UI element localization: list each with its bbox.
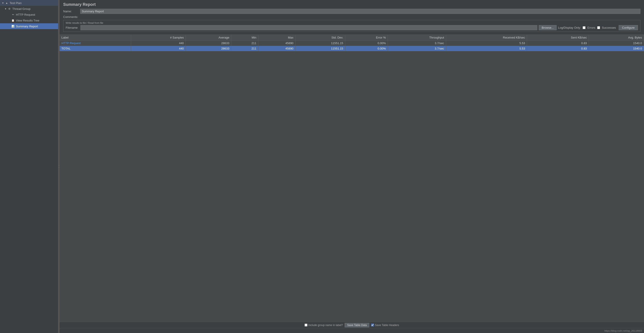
table-cell: 3.7/sec bbox=[388, 40, 446, 46]
col-header-avg-bytes: Avg. Bytes bbox=[589, 35, 644, 40]
table-cell: 11551.15 bbox=[295, 40, 345, 46]
sidebar-item-label-view-results-tree: View Results Tree bbox=[16, 19, 40, 22]
sidebar-item-label-summary-report: Summary Report bbox=[16, 25, 38, 28]
summary-table: Label # Samples Average Min Max Std. Dev… bbox=[60, 35, 644, 51]
file-group: Write results to file / Read from file F… bbox=[63, 20, 640, 32]
file-group-legend: Write results to file / Read from file bbox=[66, 22, 638, 24]
save-table-headers-checkbox[interactable] bbox=[371, 324, 374, 326]
table-cell: HTTP Request bbox=[60, 40, 131, 46]
table-cell: 28633 bbox=[186, 46, 231, 51]
main-layout: ▼ ▲ Test Plan ▼ ⚙ Thread Group ▶ ✏ HTTP … bbox=[0, 0, 644, 333]
table-cell: TOTAL bbox=[60, 46, 131, 51]
table-cell: 28633 bbox=[186, 40, 231, 46]
browse-button[interactable]: Browse... bbox=[539, 25, 556, 30]
table-cell: 5.53 bbox=[446, 40, 527, 46]
comments-label: Comments: bbox=[63, 15, 79, 18]
bottom-toolbar: Include group name in label? Save Table … bbox=[60, 322, 644, 328]
sidebar-item-view-results-tree[interactable]: ▶ 📋 View Results Tree bbox=[0, 18, 58, 23]
table-cell: 0.00% bbox=[345, 40, 388, 46]
table-cell: 0.00% bbox=[345, 46, 388, 51]
errors-label: Errors bbox=[587, 26, 595, 29]
sidebar-item-http-request[interactable]: ▶ ✏ HTTP Request bbox=[0, 12, 58, 18]
table-header-row: Label # Samples Average Min Max Std. Dev… bbox=[60, 35, 644, 40]
configure-button[interactable]: Configure bbox=[619, 25, 638, 30]
include-group-label[interactable]: Include group name in label? bbox=[304, 324, 343, 327]
test-plan-icon: ▲ bbox=[5, 1, 8, 5]
status-bar: https://blog.csdn.net/qq_26118603 bbox=[60, 328, 644, 333]
table-cell: 0.83 bbox=[527, 40, 589, 46]
table-cell: 1540.0 bbox=[589, 46, 644, 51]
thread-group-icon: ⚙ bbox=[8, 7, 11, 10]
col-header-throughput: Throughput bbox=[388, 35, 446, 40]
name-row: Name: bbox=[63, 9, 640, 14]
include-group-checkbox[interactable] bbox=[304, 324, 308, 326]
successes-label: Successes bbox=[602, 26, 616, 29]
table-cell: 211 bbox=[231, 46, 258, 51]
view-results-tree-icon: 📋 bbox=[11, 18, 15, 22]
expand-arrow-thread-group: ▼ bbox=[4, 8, 7, 10]
table-cell: 211 bbox=[231, 40, 258, 46]
filename-label: Filename bbox=[66, 26, 79, 29]
sidebar: ▼ ▲ Test Plan ▼ ⚙ Thread Group ▶ ✏ HTTP … bbox=[0, 0, 58, 333]
comments-row: Comments: bbox=[63, 15, 640, 18]
name-label: Name: bbox=[63, 10, 79, 13]
save-table-data-button[interactable]: Save Table Data bbox=[345, 323, 369, 328]
col-header-samples: # Samples bbox=[131, 35, 186, 40]
col-header-average: Average bbox=[186, 35, 231, 40]
table-body: HTTP Request440286332114589011551.150.00… bbox=[60, 40, 644, 51]
sidebar-item-thread-group[interactable]: ▼ ⚙ Thread Group bbox=[0, 6, 58, 12]
name-input[interactable] bbox=[80, 9, 640, 14]
col-header-error-pct: Error % bbox=[345, 35, 388, 40]
log-display-label: Log/Display Only: bbox=[558, 26, 581, 29]
panel-header: Summary Report Name: Comments: Write res… bbox=[60, 0, 644, 35]
col-header-sent-kb: Sent KB/sec bbox=[527, 35, 589, 40]
table-row[interactable]: HTTP Request440286332114589011551.150.00… bbox=[60, 40, 644, 46]
save-table-headers-label[interactable]: Save Table Headers bbox=[371, 324, 399, 327]
col-header-min: Min bbox=[231, 35, 258, 40]
include-group-text: Include group name in label? bbox=[308, 324, 343, 327]
table-cell: 45890 bbox=[258, 40, 296, 46]
expand-arrow-test-plan: ▼ bbox=[2, 2, 4, 4]
table-cell: 45890 bbox=[258, 46, 296, 51]
main-content: Summary Report Name: Comments: Write res… bbox=[60, 0, 644, 333]
save-table-headers-text: Save Table Headers bbox=[375, 324, 399, 327]
col-header-max: Max bbox=[258, 35, 296, 40]
status-url: https://blog.csdn.net/qq_26118603 bbox=[604, 330, 642, 332]
table-cell: 1540.0 bbox=[589, 40, 644, 46]
table-cell: 5.53 bbox=[446, 46, 527, 51]
table-cell: 11551.15 bbox=[295, 46, 345, 51]
panel-title: Summary Report bbox=[63, 2, 640, 7]
table-cell: 440 bbox=[131, 46, 186, 51]
table-cell: 440 bbox=[131, 40, 186, 46]
log-display-row: Log/Display Only: Errors Successes Confi… bbox=[558, 25, 638, 30]
col-header-stddev: Std. Dev. bbox=[295, 35, 345, 40]
col-header-label: Label bbox=[60, 35, 131, 40]
sidebar-item-label-thread-group: Thread Group bbox=[12, 7, 30, 10]
col-header-received-kb: Received KB/sec bbox=[446, 35, 527, 40]
table-row[interactable]: TOTAL440286332114589011551.150.00%3.7/se… bbox=[60, 46, 644, 51]
table-cell: 0.83 bbox=[527, 46, 589, 51]
http-request-icon: ✏ bbox=[11, 13, 15, 16]
filename-input[interactable] bbox=[80, 25, 537, 30]
sidebar-item-label-http-request: HTTP Request bbox=[16, 13, 35, 16]
summary-report-icon: 📊 bbox=[11, 24, 15, 28]
table-cell: 3.7/sec bbox=[388, 46, 446, 51]
errors-checkbox[interactable] bbox=[582, 26, 586, 29]
successes-checkbox[interactable] bbox=[597, 26, 600, 29]
sidebar-item-summary-report[interactable]: ▶ 📊 Summary Report bbox=[0, 23, 58, 29]
file-row: Filename Browse... Log/Display Only: Err… bbox=[66, 25, 638, 30]
table-container: Label # Samples Average Min Max Std. Dev… bbox=[60, 35, 644, 322]
sidebar-item-test-plan[interactable]: ▼ ▲ Test Plan bbox=[0, 0, 58, 6]
sidebar-item-label-test-plan: Test Plan bbox=[10, 1, 22, 5]
